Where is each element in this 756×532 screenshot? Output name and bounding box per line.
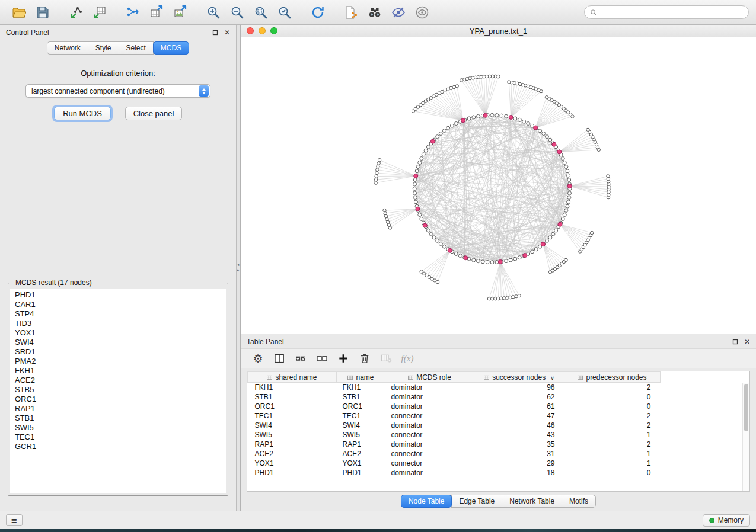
table-cell[interactable]: 29 bbox=[474, 459, 564, 468]
dominator-node[interactable] bbox=[448, 248, 452, 252]
table-cell[interactable]: 1 bbox=[564, 459, 661, 468]
ring-node[interactable] bbox=[415, 169, 419, 173]
ring-node[interactable] bbox=[527, 122, 530, 126]
dominator-node[interactable] bbox=[423, 223, 427, 227]
leaf-node[interactable] bbox=[497, 297, 500, 300]
table-cell[interactable]: 0 bbox=[564, 392, 661, 402]
select-all-rows-button[interactable] bbox=[292, 350, 310, 367]
mcds-result-item[interactable]: YOX1 bbox=[10, 328, 226, 338]
dominator-node[interactable] bbox=[534, 126, 538, 130]
tab-select[interactable]: Select bbox=[119, 41, 154, 55]
table-cell[interactable]: 18 bbox=[474, 468, 564, 477]
leaf-node[interactable] bbox=[503, 297, 506, 300]
close-panel-button[interactable]: Close panel bbox=[125, 107, 182, 120]
table-row[interactable]: STB1STB1dominator620 bbox=[248, 392, 661, 402]
show-graphics-button[interactable] bbox=[410, 2, 434, 23]
refresh-layout-button[interactable] bbox=[306, 2, 330, 23]
delete-row-button[interactable] bbox=[356, 350, 374, 367]
mcds-result-item[interactable]: TID3 bbox=[10, 319, 226, 328]
ring-node[interactable] bbox=[566, 169, 569, 173]
leaf-node[interactable] bbox=[374, 178, 377, 181]
ring-node[interactable] bbox=[567, 196, 571, 199]
table-cell[interactable]: STB1 bbox=[248, 392, 337, 402]
table-cell[interactable]: FKH1 bbox=[248, 383, 337, 392]
tab-mcds[interactable]: MCDS bbox=[153, 41, 189, 55]
ring-node[interactable] bbox=[551, 232, 555, 236]
mcds-result-item[interactable]: RAP1 bbox=[10, 404, 226, 414]
table-cell[interactable]: 0 bbox=[564, 402, 661, 411]
table-cell[interactable]: SWI5 bbox=[337, 430, 385, 440]
zoom-selected-button[interactable] bbox=[273, 2, 296, 23]
leaf-node[interactable] bbox=[607, 175, 610, 178]
ring-node[interactable] bbox=[566, 204, 569, 208]
mcds-result-item[interactable]: GCR1 bbox=[10, 442, 226, 451]
ring-node[interactable] bbox=[420, 157, 423, 161]
leaf-node[interactable] bbox=[375, 171, 378, 174]
panel-selector-button[interactable]: ≡ bbox=[6, 514, 23, 526]
dominator-node[interactable] bbox=[541, 242, 545, 246]
ring-node[interactable] bbox=[567, 178, 571, 182]
ring-node[interactable] bbox=[446, 126, 450, 130]
leaf-node[interactable] bbox=[512, 296, 515, 299]
export-image-button[interactable] bbox=[168, 2, 192, 23]
ring-node[interactable] bbox=[542, 132, 546, 136]
dominator-node[interactable] bbox=[461, 118, 465, 123]
import-table-button[interactable] bbox=[88, 2, 111, 23]
dominator-node[interactable] bbox=[552, 142, 556, 146]
mcds-result-item[interactable]: STB5 bbox=[10, 385, 226, 395]
leaf-node[interactable] bbox=[545, 95, 548, 98]
mcds-result-item[interactable]: SRD1 bbox=[10, 347, 226, 357]
close-panel-icon[interactable]: ✕ bbox=[224, 30, 230, 36]
leaf-node[interactable] bbox=[508, 81, 511, 84]
ring-node[interactable] bbox=[545, 135, 548, 139]
leaf-node[interactable] bbox=[500, 297, 503, 300]
leaf-node[interactable] bbox=[493, 297, 496, 300]
dominator-node[interactable] bbox=[498, 260, 502, 264]
mcds-result-item[interactable]: TEC1 bbox=[10, 432, 226, 442]
window-minimize-button[interactable] bbox=[259, 27, 266, 34]
ring-node[interactable] bbox=[436, 135, 439, 139]
open-session-button[interactable] bbox=[7, 2, 31, 23]
table-row[interactable]: PHD1PHD1dominator180 bbox=[248, 468, 661, 477]
run-mcds-button[interactable]: Run MCDS bbox=[54, 107, 111, 120]
ring-node[interactable] bbox=[563, 161, 566, 164]
table-tab-edge-table[interactable]: Edge Table bbox=[451, 495, 502, 508]
mcds-result-item[interactable]: PMA2 bbox=[10, 357, 226, 366]
table-cell[interactable]: SWI4 bbox=[337, 421, 385, 430]
table-cell[interactable]: ORC1 bbox=[337, 402, 385, 411]
leaf-node[interactable] bbox=[375, 175, 378, 178]
ring-node[interactable] bbox=[495, 114, 499, 117]
table-row[interactable]: TEC1TEC1connector472 bbox=[248, 411, 661, 421]
table-cell[interactable]: 35 bbox=[474, 440, 564, 449]
float-table-panel-icon[interactable] bbox=[732, 339, 738, 345]
ring-node[interactable] bbox=[490, 113, 494, 117]
table-cell[interactable]: 62 bbox=[474, 392, 564, 402]
ring-node[interactable] bbox=[418, 161, 422, 164]
mcds-result-item[interactable]: ORC1 bbox=[10, 395, 226, 404]
dominator-node[interactable] bbox=[416, 207, 420, 211]
columns-button[interactable] bbox=[270, 350, 288, 367]
table-cell[interactable]: 43 bbox=[474, 430, 564, 440]
table-cell[interactable]: connector bbox=[385, 411, 474, 421]
search-input[interactable] bbox=[601, 8, 744, 17]
table-cell[interactable]: 2 bbox=[564, 421, 661, 430]
ring-node[interactable] bbox=[426, 229, 430, 232]
ring-node[interactable] bbox=[432, 236, 436, 239]
ring-node[interactable] bbox=[568, 191, 572, 195]
ring-node[interactable] bbox=[442, 129, 446, 133]
leaf-node[interactable] bbox=[490, 297, 493, 300]
table-row[interactable]: ORC1ORC1dominator610 bbox=[248, 402, 661, 411]
panel-splitter[interactable]: ◂▸ bbox=[236, 25, 241, 511]
table-cell[interactable]: SWI5 bbox=[248, 430, 337, 440]
deselect-all-rows-button[interactable] bbox=[313, 350, 331, 367]
table-cell[interactable]: 47 bbox=[474, 411, 564, 421]
ring-node[interactable] bbox=[472, 258, 476, 262]
table-cell[interactable]: dominator bbox=[385, 468, 474, 477]
mcds-result-item[interactable]: FKH1 bbox=[10, 366, 226, 376]
hide-graphics-button[interactable] bbox=[387, 2, 410, 23]
ring-node[interactable] bbox=[567, 200, 570, 204]
table-row[interactable]: RAP1RAP1dominator352 bbox=[248, 440, 661, 449]
export-network-button[interactable] bbox=[121, 2, 145, 23]
leaf-node[interactable] bbox=[374, 181, 377, 184]
table-cell[interactable]: STB1 bbox=[337, 392, 385, 402]
